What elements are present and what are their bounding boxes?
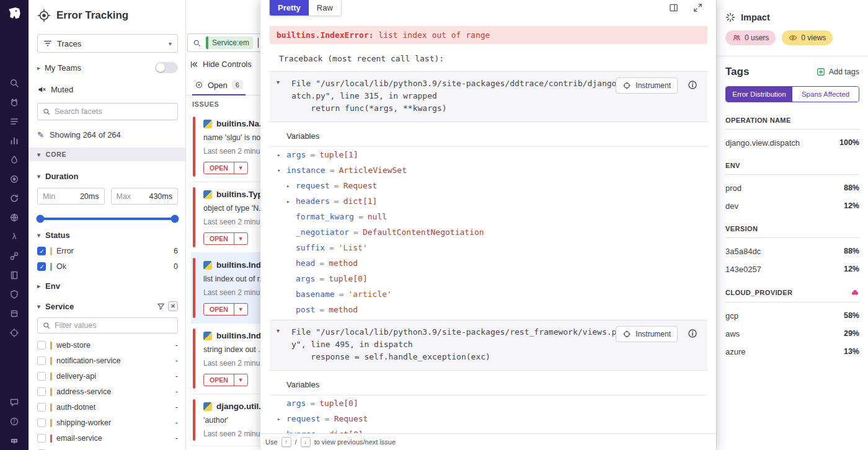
duration-slider-handle-min[interactable] (37, 215, 45, 223)
info-icon[interactable] (688, 329, 698, 338)
users-icon (732, 33, 741, 42)
issue-status-button[interactable]: OPEN▼ (203, 374, 248, 386)
checkbox-checked[interactable] (37, 247, 46, 255)
service-option[interactable]: notification-service - (37, 356, 178, 365)
integrations-icon[interactable] (0, 304, 29, 323)
service-option[interactable]: shipping-worker - (37, 418, 178, 427)
issue-status-button[interactable]: OPEN▼ (203, 232, 248, 245)
facet-value-row[interactable]: 3a5a84dc88% (725, 247, 859, 256)
search-icon[interactable] (0, 73, 29, 92)
synthetics-icon[interactable] (0, 208, 29, 227)
variable-row[interactable]: ▾instance=ArticleViewSet (270, 162, 707, 178)
watchdog-icon[interactable] (0, 92, 29, 112)
chevron-down-icon[interactable]: ▾ (277, 327, 280, 334)
info-icon[interactable] (688, 80, 698, 90)
add-tags-button[interactable]: Add tags (817, 68, 859, 76)
facet-value-row[interactable]: gcp58% (725, 311, 859, 320)
clear-facet-button[interactable]: ✕ (168, 301, 178, 311)
status-option-ok[interactable]: Ok 0 (37, 262, 178, 271)
chevron-down-icon[interactable]: ▾ (277, 79, 280, 86)
metrics-icon[interactable] (0, 131, 29, 150)
checkbox[interactable] (37, 341, 46, 350)
instrument-button[interactable]: Instrument (616, 77, 678, 94)
collapse-caret-icon[interactable]: ▾ (277, 167, 286, 174)
service-section-header[interactable]: ▾ Service ✕ (37, 301, 178, 311)
apm-icon[interactable] (0, 246, 29, 265)
duration-max-input[interactable]: Max 430ms (111, 188, 179, 205)
checkbox-checked[interactable] (37, 262, 46, 271)
source-select[interactable]: Traces ▾ (37, 34, 178, 53)
chevron-down-icon: ▼ (234, 233, 247, 244)
datadog-logo-icon[interactable] (0, 0, 29, 29)
service-option[interactable]: email-service - (37, 434, 178, 443)
variable-row[interactable]: ▸request=Request (270, 411, 707, 426)
expand-caret-icon[interactable]: ▸ (277, 152, 286, 158)
spans-affected-tab[interactable]: Spans Affected (792, 87, 859, 102)
hide-controls-button[interactable]: Hide Controls (190, 60, 252, 69)
expand-caret-icon[interactable]: ▸ (286, 183, 296, 189)
issue-status-button[interactable]: OPEN▼ (203, 162, 248, 174)
my-teams-toggle[interactable] (155, 62, 178, 73)
service-filter-input[interactable]: Filter values (37, 317, 178, 333)
checkbox[interactable] (37, 403, 46, 412)
scope-icon (622, 330, 631, 338)
core-section-header[interactable]: ▾ CORE (29, 148, 185, 161)
facet-value-row[interactable]: prod88% (725, 183, 859, 193)
env-section-header[interactable]: ▸ Env (37, 281, 178, 291)
duration-slider-handle-max[interactable] (171, 215, 179, 223)
ci-pipelines-icon[interactable] (0, 188, 29, 208)
service-option[interactable]: address-service - (37, 387, 178, 396)
facet-value-row[interactable]: dev12% (725, 201, 859, 211)
search-facets-input[interactable]: Search facets (37, 103, 178, 120)
instrument-button[interactable]: Instrument (616, 326, 678, 342)
service-option[interactable]: auth-dotnet - (37, 403, 178, 412)
notebooks-icon[interactable] (0, 265, 29, 285)
section-heading: VERSION (725, 225, 758, 232)
help-icon[interactable]: ? (0, 412, 29, 431)
checkbox[interactable] (37, 356, 46, 365)
logs-icon[interactable] (0, 112, 29, 131)
settings-icon[interactable] (0, 323, 29, 342)
facet-value-row[interactable]: 143e025712% (725, 265, 859, 274)
issue-title: builtins.Na... (216, 119, 266, 128)
checkbox[interactable] (37, 418, 46, 427)
duration-min-input[interactable]: Min 20ms (37, 188, 105, 205)
variable-row[interactable]: ▸headers=dict[1] (270, 193, 707, 209)
status-section-header[interactable]: ▾ Status (37, 231, 178, 240)
facet-value-row[interactable]: django.view.dispatch100% (725, 138, 859, 148)
open-in-sidepanel-icon[interactable] (669, 3, 678, 12)
muted-row[interactable]: Muted (37, 85, 178, 94)
filter-chip-service[interactable]: Service:em (206, 37, 253, 49)
rum-icon[interactable] (0, 169, 29, 188)
expand-caret-icon[interactable]: ▸ (277, 416, 286, 422)
tab-pretty[interactable]: Pretty (270, 0, 309, 15)
section-version: VERSION (725, 225, 859, 238)
variable-row[interactable]: ▸request=Request (270, 178, 707, 193)
facet-filter-icon[interactable] (157, 302, 165, 311)
security-icon[interactable] (0, 285, 29, 304)
error-distribution-tab[interactable]: Error Distribution (726, 87, 792, 102)
expand-caret-icon[interactable]: ▸ (286, 198, 296, 205)
serverless-icon[interactable]: λ (0, 227, 29, 246)
tab-open[interactable]: Open 6 (192, 76, 246, 95)
my-teams-row[interactable]: ▸ My Teams (37, 62, 178, 73)
space-invader-icon[interactable] (0, 431, 29, 450)
duration-slider[interactable] (40, 218, 175, 220)
duration-section-header[interactable]: ▾ Duration (37, 172, 178, 181)
checkbox[interactable] (37, 372, 46, 381)
profiling-icon[interactable] (0, 150, 29, 169)
issue-status-button[interactable]: OPEN▼ (203, 303, 248, 315)
variable-row[interactable]: ▸args=tuple[1] (270, 147, 707, 162)
facet-value-row[interactable]: azure13% (725, 347, 859, 356)
checkbox[interactable] (37, 387, 46, 396)
checkbox[interactable] (37, 434, 46, 443)
facet-label: delivery-api (56, 372, 96, 381)
edit-icon[interactable]: ✎ (37, 130, 44, 139)
status-option-error[interactable]: Error 6 (37, 247, 178, 255)
facet-value-row[interactable]: aws29% (725, 329, 859, 338)
tab-raw[interactable]: Raw (309, 0, 341, 15)
fullscreen-icon[interactable] (693, 3, 702, 12)
service-option[interactable]: delivery-api - (37, 372, 178, 381)
chat-icon[interactable] (0, 392, 29, 412)
service-option[interactable]: web-store - (37, 341, 178, 350)
